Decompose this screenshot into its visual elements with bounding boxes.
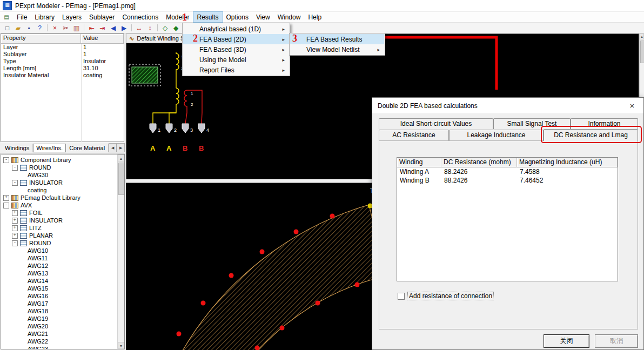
menu-item-using-the-model[interactable]: Using the Model▸ (183, 55, 289, 65)
tree-node-avx[interactable]: -AVX (1, 201, 117, 209)
insert-layer-left-button[interactable]: ⇤ (86, 23, 97, 33)
scroll-down-icon[interactable]: ▼ (118, 342, 124, 349)
menu-help[interactable]: Help (304, 12, 325, 22)
tree-node-round[interactable]: -ROUND (1, 164, 117, 171)
tree-scrollbar[interactable]: ▲ ▼ (117, 154, 124, 349)
menu-file[interactable]: File (13, 12, 31, 22)
winding-a-wires[interactable] (153, 52, 179, 124)
result-row[interactable]: Winding B88.24267.46452 (397, 176, 618, 185)
tree-node-litz[interactable]: +LITZ (1, 224, 117, 232)
fit-height-button[interactable]: ↕ (145, 23, 155, 33)
tree-node-awg10[interactable]: AWG10 (1, 247, 117, 254)
checkbox-unchecked-icon[interactable] (398, 293, 405, 300)
tree-node-insulator[interactable]: +INSULATOR (1, 217, 117, 224)
tab-scroll-right-icon[interactable]: ▶ (117, 143, 125, 152)
collapse-icon[interactable]: - (3, 157, 9, 163)
menu-item-fea-based-results[interactable]: FEA Based Results (290, 34, 384, 44)
column-header-magnetizing-inductance-uh[interactable]: Magnetizing Inductance (uH) (517, 158, 618, 167)
menu-item-fea-based-3d[interactable]: FEA Based (3D)▸ (183, 44, 289, 55)
menu-sublayer[interactable]: Sublayer (85, 12, 118, 22)
tree-node-awg12[interactable]: AWG12 (1, 262, 117, 270)
tree-node-awg22[interactable]: AWG22 (1, 338, 117, 345)
column-header-dc-resistance-mohm[interactable]: DC Resistance (mohm) (441, 158, 517, 167)
dialog-title-bar[interactable]: Double 2D FEA based calculations × (372, 98, 643, 114)
panel-tab-wires-ins[interactable]: Wires/Ins. (33, 144, 66, 152)
menu-item-fea-based-2d[interactable]: FEA Based (2D)▸ (183, 34, 289, 44)
property-column-header[interactable]: Property (1, 34, 81, 43)
expand-icon[interactable]: + (12, 210, 18, 216)
close-button[interactable]: 关闭 (544, 334, 589, 348)
help-button[interactable]: ? (35, 23, 45, 33)
fit-width-button[interactable]: ↔ (134, 23, 144, 33)
move-layer-left-button[interactable]: ◀ (108, 23, 118, 33)
insert-layer-right-button[interactable]: ⇥ (97, 23, 108, 33)
collapse-icon[interactable]: - (12, 165, 18, 171)
add-resistance-option[interactable]: Add resistance of connection (398, 292, 493, 300)
collapse-icon[interactable]: - (3, 203, 9, 208)
copy-button[interactable]: ▥ (71, 23, 82, 33)
insulator-component[interactable] (129, 64, 160, 86)
tree-node-foil[interactable]: +FOIL (1, 209, 117, 217)
open-file-button[interactable]: ▰ (13, 23, 23, 33)
tree-node-awg14[interactable]: AWG14 (1, 277, 117, 285)
menu-item-analytical-based-1d[interactable]: Analytical based (1D)▸ (183, 24, 289, 34)
tree-node-awg21[interactable]: AWG21 (1, 330, 117, 338)
tree-node-component-library[interactable]: -Component Library (1, 156, 117, 164)
tree-node-awg16[interactable]: AWG16 (1, 292, 117, 300)
save-file-button[interactable]: ▪ (24, 23, 34, 33)
menu-window[interactable]: Window (274, 12, 305, 22)
menu-library[interactable]: Library (31, 12, 58, 22)
tree-node-awg23[interactable]: AWG23 (1, 345, 117, 349)
tree-node-awg20[interactable]: AWG20 (1, 322, 117, 330)
new-file-button[interactable]: □ (2, 23, 12, 33)
delete-button[interactable]: × (50, 23, 60, 33)
property-row[interactable]: Insulator Materialcoating (1, 72, 124, 79)
menu-results[interactable]: Results (193, 12, 223, 22)
scroll-up-icon[interactable]: ▲ (118, 154, 124, 161)
tree-node-awg11[interactable]: AWG11 (1, 254, 117, 262)
menu-options[interactable]: Options (223, 12, 252, 22)
expand-icon[interactable]: + (12, 218, 18, 224)
tree-node-round[interactable]: -ROUND (1, 239, 117, 247)
canvas-scrollbar-thumb[interactable] (640, 41, 644, 63)
expand-icon[interactable]: + (12, 225, 18, 231)
value-column-header[interactable]: Value (81, 34, 124, 43)
expand-icon[interactable]: + (3, 195, 9, 201)
result-row[interactable]: Winding A88.24267.4588 (397, 167, 618, 176)
dialog-tab-ac-resistance[interactable]: AC Resistance (379, 130, 449, 140)
close-icon[interactable]: × (626, 101, 638, 110)
menu-layers[interactable]: Layers (58, 12, 85, 22)
move-layer-right-button[interactable]: ▶ (119, 23, 129, 33)
tree-node-coating[interactable]: coating (1, 186, 117, 194)
panel-tab-windings[interactable]: Windings (2, 144, 33, 152)
collapse-icon[interactable]: - (12, 240, 18, 246)
expand-icon[interactable]: + (12, 233, 18, 239)
cut-button[interactable]: ✂ (61, 23, 71, 33)
scroll-up-icon[interactable]: ▲ (640, 33, 644, 39)
column-header-winding[interactable]: Winding (397, 158, 441, 167)
property-row[interactable]: Layer1 (1, 44, 124, 51)
property-row[interactable]: Sublayer1 (1, 51, 124, 58)
menu-item-report-files[interactable]: Report Files▸ (183, 65, 289, 75)
menu-view[interactable]: View (252, 12, 274, 22)
tree-node-pemag-default-library[interactable]: +PEmag Default Library (1, 194, 117, 201)
dialog-tab-leakage-inductance[interactable]: Leakage Inductance (449, 130, 544, 140)
menu-item-view-model-netlist[interactable]: View Model Netlist▸ (290, 44, 384, 55)
panel-tab-core-material[interactable]: Core Material (66, 144, 109, 152)
menu-modeler[interactable]: Modeler (162, 12, 193, 22)
dialog-tab-ideal-short-circuit-values[interactable]: Ideal Short-circuit Values (379, 118, 493, 129)
tree-node-awg19[interactable]: AWG19 (1, 315, 117, 322)
tree-node-awg18[interactable]: AWG18 (1, 307, 117, 315)
tree-node-planar[interactable]: +PLANAR (1, 232, 117, 239)
collapse-icon[interactable]: - (12, 180, 18, 186)
connection-end-button[interactable]: ◆ (171, 23, 181, 33)
tree-node-awg13[interactable]: AWG13 (1, 270, 117, 277)
tab-scroll-left-icon[interactable]: ◀ (109, 143, 117, 152)
property-row[interactable]: TypeInsulator (1, 58, 124, 65)
winding-b-wires[interactable] (184, 90, 202, 124)
tree-node-awg30[interactable]: AWG30 (1, 171, 117, 179)
property-row[interactable]: Length [mm]31.10 (1, 65, 124, 72)
menu-connections[interactable]: Connections (118, 12, 162, 22)
tree-node-insulator[interactable]: -INSULATOR (1, 179, 117, 186)
tree-scrollbar-thumb[interactable] (118, 163, 125, 195)
